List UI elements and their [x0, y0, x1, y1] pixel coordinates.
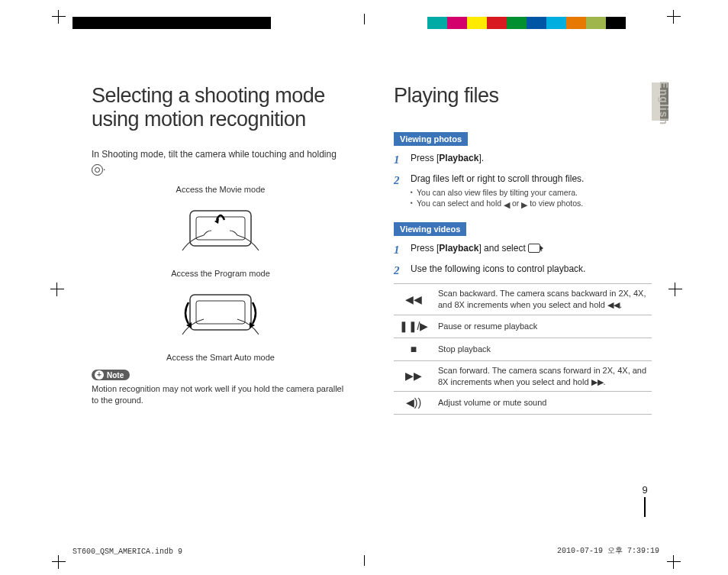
- list-item: 2 Drag files left or right to scroll thr…: [394, 173, 652, 210]
- step-number: 1: [394, 152, 403, 168]
- right-column: Playing files Viewing photos 1 Press [Pl…: [394, 84, 652, 415]
- table-row: ▶▶ Scan forward. The camera scans forwar…: [394, 360, 652, 392]
- svg-rect-4: [196, 301, 245, 324]
- heading-motion-recognition: Selecting a shooting mode using motion r…: [92, 84, 350, 131]
- caption-movie-mode: Access the Movie mode: [92, 185, 350, 194]
- caption-smart-auto-mode: Access the Smart Auto mode: [92, 353, 350, 362]
- control-description: Stop playback: [433, 338, 652, 360]
- note-text: Motion recognition may not work well if …: [92, 383, 350, 406]
- footer-timestamp: 2010-07-19 오후 7:39:19: [557, 545, 659, 556]
- caption-program-mode: Access the Program mode: [92, 269, 350, 278]
- note-badge: + Note: [92, 370, 130, 380]
- table-row: ■ Stop playback: [394, 338, 652, 360]
- step-number: 2: [394, 263, 403, 279]
- table-row: ◀◀ Scan backward. The camera scans backw…: [394, 284, 652, 315]
- heading-playing-files: Playing files: [394, 84, 652, 108]
- control-description: Adjust volume or mute sound: [433, 392, 652, 415]
- playback-controls-table: ◀◀ Scan backward. The camera scans backw…: [394, 283, 652, 415]
- videos-steps: 1 Press [Playback] and select . 2 Use th…: [394, 242, 652, 279]
- intro-text: In Shooting mode, tilt the camera while …: [92, 148, 350, 176]
- stop-icon: ■: [411, 343, 417, 355]
- target-icon: [92, 164, 103, 176]
- volume-icon: ◀)): [406, 396, 421, 409]
- footer-filename: ST600_QSM_AMERICA.indb 9: [72, 548, 182, 556]
- section-viewing-photos: Viewing photos: [394, 132, 468, 146]
- photos-steps: 1 Press [Playback]. 2 Drag files left or…: [394, 152, 652, 210]
- rewind-icon: ◀◀: [405, 293, 422, 305]
- crop-tick: [364, 555, 365, 566]
- step-number: 2: [394, 173, 403, 210]
- list-item: 1 Press [Playback] and select .: [394, 242, 652, 258]
- table-row: ◀)) Adjust volume or mute sound: [394, 392, 652, 415]
- illustration-tilt-sides: [137, 281, 304, 350]
- video-icon: [528, 244, 540, 253]
- section-viewing-videos: Viewing videos: [394, 222, 466, 236]
- step-number: 1: [394, 242, 403, 258]
- sub-bullet: You can select and hold ◀ or ▶ to view p…: [411, 198, 584, 210]
- illustration-tilt-up: [137, 197, 304, 266]
- table-row: ❚❚/▶ Pause or resume playback: [394, 315, 652, 338]
- left-arrow-icon: ◀: [504, 199, 510, 210]
- note-label: Note: [107, 371, 124, 380]
- sub-bullet: You can also view files by tilting your …: [411, 187, 584, 198]
- crop-mark: [52, 555, 66, 569]
- svg-rect-1: [196, 217, 245, 240]
- control-description: Scan forward. The camera scans forward i…: [433, 360, 652, 392]
- left-column: Selecting a shooting mode using motion r…: [92, 84, 350, 415]
- page-number: 9: [641, 484, 649, 517]
- pause-play-icon: ❚❚/▶: [399, 320, 429, 332]
- crop-mark: [667, 555, 681, 569]
- list-item: 1 Press [Playback].: [394, 152, 652, 168]
- list-item: 2 Use the following icons to control pla…: [394, 263, 652, 279]
- fast-forward-icon: ▶▶: [405, 370, 422, 382]
- control-description: Pause or resume playback: [433, 315, 652, 338]
- control-description: Scan backward. The camera scans backward…: [433, 284, 652, 315]
- plus-icon: +: [95, 370, 104, 380]
